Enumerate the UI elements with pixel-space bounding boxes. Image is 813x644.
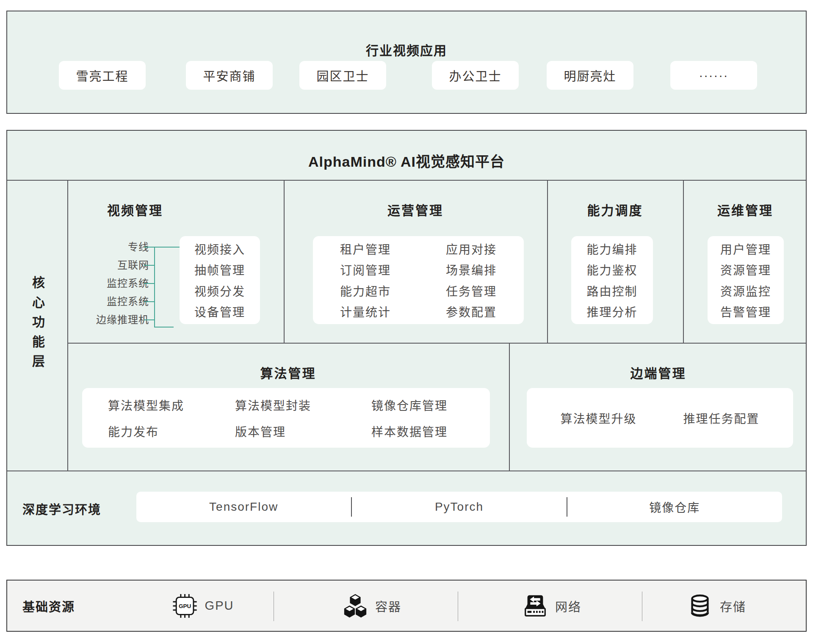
ops-function: 任务管理	[446, 282, 497, 299]
app-chip: 园区卫士	[299, 61, 386, 90]
video-source-label: 专线	[67, 242, 149, 252]
algo-function: 镜像仓库管理	[371, 396, 490, 413]
ops-mgmt-title: 运营管理	[284, 200, 547, 219]
divider	[642, 592, 642, 621]
ops-maint-function: 资源监控	[720, 282, 771, 299]
app-chip-more: ······	[670, 61, 757, 90]
ops-maint-title: 运维管理	[683, 200, 807, 219]
infra-item-label: GPU	[205, 599, 234, 613]
edge-function: 算法模型升级	[560, 410, 636, 427]
ops-function: 计量统计	[340, 303, 391, 320]
dl-env-box: TensorFlow PyTorch 镜像仓库	[136, 492, 782, 522]
svg-text:GPU: GPU	[179, 603, 191, 609]
industry-apps-panel: 行业视频应用 雪亮工程 平安商铺 园区卫士 办公卫士 明厨亮灶 ······	[6, 11, 807, 114]
storage-icon	[687, 593, 713, 619]
industry-apps-title: 行业视频应用	[7, 40, 806, 59]
capability-sched-section: 能力调度 能力编排 能力鉴权 路由控制 推理分析	[547, 180, 683, 343]
ops-maint-function: 资源管理	[720, 261, 771, 278]
app-chip: 办公卫士	[432, 61, 519, 90]
container-icon	[342, 593, 368, 619]
edge-functions-box: 算法模型升级 推理任务配置	[527, 388, 793, 448]
ops-mgmt-section: 运营管理 租户管理 订阅管理 能力超市 计量统计 应用对接 场景编排 任务管理 …	[284, 180, 547, 343]
network-icon	[522, 593, 548, 619]
infra-item-container: 容器	[342, 581, 401, 631]
video-mgmt-section: 视频管理 专线 互联网 监控系统 监控系统 边缘推理机 视频接入 抽帧管理 视频…	[67, 180, 284, 343]
ops-maint-function: 用户管理	[720, 240, 771, 257]
infra-item-label: 存储	[720, 597, 746, 615]
capability-function: 路由控制	[586, 282, 637, 299]
infrastructure-label: 基础资源	[22, 581, 75, 631]
algo-function: 算法模型集成	[108, 396, 235, 413]
connector-line-icon	[144, 301, 155, 302]
connector-line-icon	[144, 283, 155, 284]
dl-env-item: TensorFlow	[136, 492, 351, 522]
ops-function: 参数配置	[446, 303, 497, 320]
algo-function: 能力发布	[108, 423, 235, 440]
infra-item-label: 容器	[375, 597, 401, 615]
infrastructure-panel: 基础资源 GPU GPU	[6, 580, 807, 632]
divider	[274, 592, 274, 621]
ops-function: 租户管理	[340, 240, 391, 257]
gpu-icon: GPU	[172, 593, 198, 619]
app-chip: 雪亮工程	[59, 61, 146, 90]
ops-function: 能力超市	[340, 282, 391, 299]
video-functions-box: 视频接入 抽帧管理 视频分发 设备管理	[180, 236, 260, 324]
ops-maint-function: 告警管理	[720, 303, 771, 320]
capability-function: 能力鉴权	[586, 261, 637, 278]
capability-sched-title: 能力调度	[547, 200, 683, 219]
core-layer-cell: 核心功能层	[7, 180, 67, 471]
infra-item-gpu: GPU GPU	[172, 581, 234, 631]
app-chip: 平安商铺	[186, 61, 273, 90]
video-function: 抽帧管理	[194, 261, 245, 278]
dl-env-item: 镜像仓库	[567, 492, 782, 522]
divider	[458, 592, 458, 621]
infra-item-network: 网络	[522, 581, 581, 631]
infra-item-label: 网络	[555, 597, 581, 615]
algo-mgmt-title: 算法管理	[67, 363, 509, 382]
algo-mgmt-section: 算法管理 算法模型集成 算法模型封装 镜像仓库管理 能力发布 版本管理 样本数据…	[67, 343, 509, 471]
connector-line-icon	[154, 247, 155, 328]
ops-function: 场景编排	[446, 261, 497, 278]
ops-maint-section: 运维管理 用户管理 资源管理 资源监控 告警管理	[683, 180, 807, 343]
video-source-label: 监控系统	[67, 297, 149, 307]
capability-function: 能力编排	[586, 240, 637, 257]
platform-panel: AlphaMind® AI视觉感知平台 核心功能层 视频管理 专线 互联网 监控…	[6, 130, 807, 546]
algo-functions-box: 算法模型集成 算法模型封装 镜像仓库管理 能力发布 版本管理 样本数据管理	[82, 388, 490, 448]
video-source-label: 边缘推理机	[67, 315, 149, 325]
video-source-label: 监控系统	[67, 278, 149, 289]
capability-function: 推理分析	[586, 303, 637, 320]
dl-env-label: 深度学习环境	[22, 471, 101, 547]
architecture-diagram: 行业视频应用 雪亮工程 平安商铺 园区卫士 办公卫士 明厨亮灶 ······ A…	[0, 0, 813, 644]
ops-column: 租户管理 订阅管理 能力超市 计量统计	[340, 236, 391, 324]
connector-line-icon	[154, 327, 174, 328]
edge-mgmt-section: 边端管理 算法模型升级 推理任务配置	[509, 343, 807, 471]
ops-functions-box: 租户管理 订阅管理 能力超市 计量统计 应用对接 场景编排 任务管理 参数配置	[313, 236, 524, 324]
platform-title: AlphaMind® AI视觉感知平台	[7, 150, 806, 171]
core-layer-label: 核心功能层	[28, 276, 47, 374]
video-function: 视频分发	[194, 282, 245, 299]
connector-line-icon	[144, 265, 155, 266]
app-chip: 明厨亮灶	[547, 61, 633, 90]
video-source-label: 互联网	[67, 260, 149, 270]
ops-function: 订阅管理	[340, 261, 391, 278]
ops-maint-functions-box: 用户管理 资源管理 资源监控 告警管理	[708, 236, 784, 324]
infra-item-storage: 存储	[687, 581, 746, 631]
algo-function: 算法模型封装	[235, 396, 371, 413]
video-function: 视频接入	[194, 240, 245, 257]
video-mgmt-title: 视频管理	[67, 200, 203, 219]
edge-mgmt-title: 边端管理	[509, 363, 807, 382]
ops-function: 应用对接	[446, 240, 497, 257]
algo-function: 版本管理	[235, 423, 371, 440]
connector-line-icon	[144, 319, 155, 320]
video-function: 设备管理	[194, 303, 245, 320]
edge-function: 推理任务配置	[683, 410, 760, 427]
algo-function: 样本数据管理	[371, 423, 490, 440]
capability-functions-box: 能力编排 能力鉴权 路由控制 推理分析	[571, 236, 653, 324]
ops-column: 应用对接 场景编排 任务管理 参数配置	[446, 236, 497, 324]
connector-line-icon	[144, 247, 180, 248]
dl-env-row: 深度学习环境 TensorFlow PyTorch 镜像仓库	[7, 471, 807, 547]
dl-env-item: PyTorch	[352, 492, 567, 522]
